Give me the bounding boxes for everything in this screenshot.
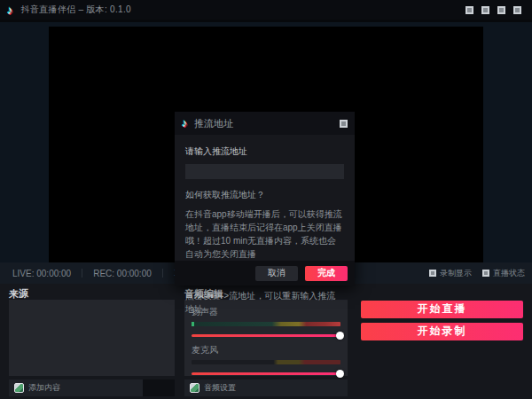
audio-footer: 音频设置 [184, 379, 348, 396]
checkbox-icon [482, 270, 489, 277]
app-window: ♪ 抖音直播伴侣 – 版本: 0.1.0 LIVE: 00:00:00 REC:… [0, 0, 532, 399]
sources-footer-box [143, 379, 175, 396]
dialog-body: 请输入推流地址 如何获取推流地址？ 在抖音app移动端开播后，可以获得推流地址，… [175, 135, 355, 316]
audio-settings-icon [190, 383, 200, 393]
mic-level-meter [192, 360, 340, 364]
cancel-button[interactable]: 取消 [255, 266, 298, 281]
record-display-label: 录制显示 [440, 268, 472, 279]
slider-handle[interactable] [336, 370, 344, 378]
faq-question-1: 如何获取推流地址？ [185, 189, 344, 201]
stream-url-label: 请输入推流地址 [185, 145, 344, 158]
statusbar-toggles: 录制显示 直播状态 [429, 268, 525, 279]
stream-url-dialog: ♪ 推流地址 请输入推流地址 如何获取推流地址？ 在抖音app移动端开播后，可以… [175, 112, 355, 286]
tiktok-logo-icon: ♪ [182, 118, 187, 129]
action-buttons: 开始直播 开始录制 [361, 300, 523, 340]
dialog-footer: 取消 完成 [175, 261, 355, 286]
window-title: 抖音直播伴侣 – 版本: 0.1.0 [21, 4, 131, 16]
speaker-volume-slider[interactable] [192, 334, 340, 337]
slider-handle[interactable] [336, 332, 344, 340]
statusbar-divider [82, 269, 82, 278]
tiktok-logo-icon: ♪ [7, 4, 13, 16]
mic-label: 麦克风 [192, 344, 340, 356]
speaker-level-meter [192, 322, 340, 326]
start-live-button[interactable]: 开始直播 [361, 301, 523, 318]
mic-volume-slider[interactable] [192, 372, 340, 375]
titlebar: ♪ 抖音直播伴侣 – 版本: 0.1.0 [0, 0, 532, 20]
faq-answer-1: 在抖音app移动端开播后，可以获得推流地址，直播结束后记得在app上关闭直播哦！… [185, 207, 344, 261]
sources-title: 来源 [9, 287, 28, 301]
checkbox-icon [429, 270, 436, 277]
audio-settings-button[interactable]: 音频设置 [184, 379, 348, 396]
dialog-close-button[interactable] [340, 120, 348, 128]
rec-timer: REC: 00:00:00 [93, 269, 152, 278]
dialog-title: 推流地址 [194, 117, 233, 130]
live-status-label: 直播状态 [493, 268, 525, 279]
audio-settings-label: 音频设置 [204, 382, 236, 394]
sources-list[interactable] [9, 300, 175, 376]
window-maximize-button[interactable] [497, 6, 505, 14]
add-content-label: 添加内容 [28, 382, 60, 394]
add-content-button[interactable]: 添加内容 [9, 379, 143, 396]
confirm-button[interactable]: 完成 [305, 266, 348, 281]
record-display-toggle[interactable]: 录制显示 [429, 268, 472, 279]
statusbar-divider [162, 269, 163, 278]
image-icon [14, 383, 24, 393]
window-settings-button[interactable] [466, 6, 473, 14]
window-controls [466, 6, 525, 14]
live-status-toggle[interactable]: 直播状态 [482, 268, 525, 279]
stream-url-input[interactable] [185, 164, 344, 179]
window-minimize-button[interactable] [481, 6, 489, 14]
live-timer: LIVE: 00:00:00 [12, 269, 71, 278]
window-close-button[interactable] [513, 6, 521, 14]
sources-footer: 添加内容 [9, 379, 175, 396]
start-record-button[interactable]: 开始录制 [361, 323, 523, 340]
dialog-header: ♪ 推流地址 [175, 112, 355, 135]
faq-answer-2: 点击设置->流地址，可以重新输入推流地址 [185, 289, 344, 316]
